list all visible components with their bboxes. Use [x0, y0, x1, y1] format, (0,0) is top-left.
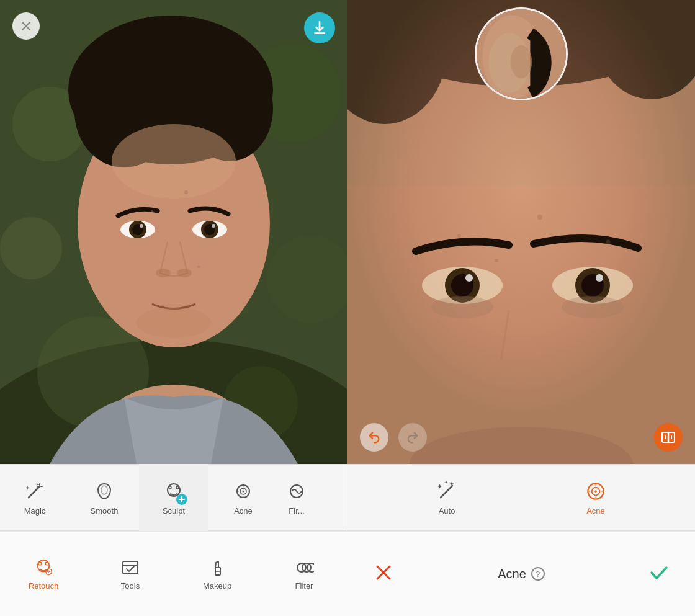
filter-nav-icon — [294, 558, 314, 578]
svg-point-68 — [101, 486, 107, 494]
zoom-magnifier — [475, 7, 568, 100]
svg-point-71 — [176, 486, 179, 489]
svg-point-45 — [596, 274, 603, 282]
auto-icon: ✦ ✦ ✦ — [436, 480, 458, 502]
toolbar: ✦ ✦ Magic Smooth — [0, 464, 695, 531]
redo-button[interactable] — [398, 423, 427, 452]
nav-tabs: + Retouch Tools — [0, 532, 348, 616]
nav-tab-retouch[interactable]: + Retouch — [19, 558, 68, 591]
right-photo-panel — [348, 0, 695, 464]
svg-text:✦: ✦ — [449, 481, 454, 487]
svg-point-70 — [169, 486, 171, 489]
svg-point-24 — [177, 269, 192, 277]
svg-point-25 — [184, 190, 188, 194]
retouch-icon: + — [34, 558, 53, 578]
svg-rect-96 — [123, 561, 138, 574]
svg-point-51 — [495, 259, 498, 262]
acne-left-icon — [232, 480, 254, 502]
close-button[interactable] — [12, 12, 40, 40]
tool-magic[interactable]: ✦ ✦ Magic — [0, 464, 70, 531]
svg-point-74 — [243, 490, 244, 492]
nav-tab-tools[interactable]: Tools — [105, 558, 155, 591]
svg-point-77 — [243, 486, 244, 487]
sculpt-icon — [163, 480, 185, 502]
svg-point-28 — [137, 307, 211, 338]
svg-point-88 — [601, 490, 603, 492]
svg-point-93 — [45, 562, 48, 565]
section-label: Acne ? — [498, 567, 545, 581]
left-tool-strip: ✦ ✦ Magic Smooth — [0, 464, 348, 531]
zoom-content — [477, 9, 566, 99]
svg-text:✦: ✦ — [437, 483, 442, 490]
photo-area — [0, 0, 695, 464]
makeup-icon — [207, 558, 227, 578]
svg-point-86 — [594, 490, 597, 493]
svg-point-18 — [140, 224, 143, 228]
left-photo-panel — [0, 0, 348, 464]
svg-point-48 — [537, 215, 542, 220]
cancel-button[interactable] — [372, 561, 395, 586]
acne-left-label: Acne — [234, 506, 253, 516]
svg-point-47 — [562, 296, 624, 318]
svg-point-87 — [589, 490, 591, 492]
undo-button[interactable] — [360, 423, 388, 452]
magic-label: Magic — [24, 506, 46, 516]
filter-icon — [285, 480, 308, 502]
svg-point-89 — [595, 484, 597, 486]
sculpt-badge — [176, 494, 187, 505]
svg-line-80 — [441, 489, 449, 498]
svg-point-76 — [248, 491, 249, 492]
svg-point-27 — [197, 266, 200, 269]
tool-filter[interactable]: Fir... — [278, 464, 315, 531]
svg-line-61 — [29, 489, 37, 498]
svg-text:✦: ✦ — [444, 480, 448, 484]
svg-point-75 — [238, 491, 239, 492]
svg-point-26 — [151, 210, 153, 212]
retouch-tab-label: Retouch — [29, 581, 58, 591]
smooth-icon — [93, 480, 115, 502]
action-buttons — [348, 423, 695, 452]
confirm-button[interactable] — [648, 561, 670, 586]
auto-label: Auto — [439, 506, 455, 516]
smooth-label: Smooth — [91, 506, 119, 516]
svg-point-22 — [212, 224, 215, 228]
tools-icon — [120, 558, 140, 578]
svg-point-90 — [595, 496, 597, 498]
svg-point-4 — [0, 217, 62, 279]
tool-acne-right[interactable]: Acne — [561, 464, 630, 531]
acne-right-icon — [585, 480, 607, 502]
filter-tab-label: Filter — [295, 581, 313, 591]
svg-text:+: + — [47, 569, 50, 574]
nav-tab-makeup[interactable]: Makeup — [192, 558, 242, 591]
svg-point-92 — [38, 562, 42, 565]
nav-tab-filter[interactable]: Filter — [279, 558, 329, 591]
svg-point-14 — [112, 124, 236, 199]
help-icon[interactable]: ? — [531, 567, 545, 581]
makeup-tab-label: Makeup — [203, 581, 231, 591]
bottom-right-controls: Acne ? — [348, 532, 695, 616]
bottom-nav: + Retouch Tools — [0, 531, 695, 616]
svg-point-46 — [431, 296, 493, 318]
sculpt-label: Sculpt — [163, 506, 185, 516]
right-tool-strip: ✦ ✦ ✦ Auto Acne — [348, 464, 695, 531]
tool-acne-left[interactable]: Acne — [208, 464, 278, 531]
tool-auto[interactable]: ✦ ✦ ✦ Auto — [412, 464, 482, 531]
compare-button[interactable] — [654, 423, 683, 452]
svg-point-50 — [606, 240, 611, 244]
svg-text:✦: ✦ — [36, 482, 40, 488]
svg-point-78 — [243, 496, 244, 497]
left-face-bg — [0, 0, 348, 464]
svg-point-56 — [511, 45, 532, 79]
download-button[interactable] — [304, 12, 335, 43]
acne-right-label: Acne — [586, 506, 605, 516]
magic-wand-icon: ✦ ✦ — [24, 480, 46, 502]
svg-point-23 — [156, 269, 171, 277]
filter-label: Fir... — [289, 506, 304, 516]
section-label-text: Acne — [498, 567, 526, 581]
tool-sculpt[interactable]: Sculpt — [139, 464, 208, 531]
tool-smooth[interactable]: Smooth — [70, 464, 139, 531]
svg-point-49 — [457, 234, 461, 238]
svg-text:✦: ✦ — [25, 484, 30, 491]
svg-point-41 — [465, 274, 473, 282]
tools-tab-label: Tools — [121, 581, 140, 591]
